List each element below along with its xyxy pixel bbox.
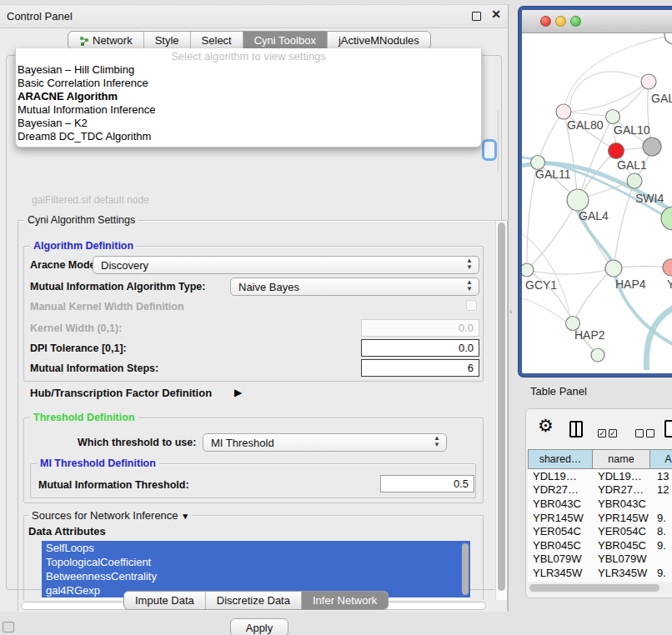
minimized-panel-icon[interactable] (3, 622, 14, 632)
settings-vertical-scrollbar[interactable] (495, 221, 507, 600)
network-view-window[interactable]: GALGAL80GAL10GAL1GAL11SWI4GAL4GCY1HAP4YH… (519, 7, 672, 377)
table-row[interactable]: YER054CYER054C8. (528, 524, 672, 538)
focused-combo-fragment (482, 139, 497, 161)
expand-right-icon[interactable]: ▶ (234, 387, 242, 398)
network-node-gal2[interactable] (641, 74, 656, 89)
network-node-gal80[interactable] (556, 104, 571, 119)
table-cell: YLL052C (593, 581, 650, 582)
algorithm-option[interactable]: Mutual Information Inference (16, 103, 481, 117)
document-icon[interactable] (664, 420, 672, 438)
attribute-item[interactable]: TopologicalCoefficient (42, 555, 470, 569)
network-node-n0[interactable] (664, 33, 672, 44)
table-row[interactable]: YBR043CYBR043C (528, 497, 672, 511)
network-graph[interactable]: GALGAL80GAL10GAL1GAL11SWI4GAL4GCY1HAP4YH… (522, 33, 672, 370)
algorithm-option[interactable]: Bayesian – Hill Climbing (16, 63, 481, 77)
table-row[interactable]: YLR345WYLR345W9. (528, 566, 672, 580)
network-edge (570, 72, 649, 105)
tab-style[interactable]: Style (143, 32, 190, 49)
mi-steps-field[interactable]: 6 (361, 359, 479, 377)
network-node-gcy1[interactable] (522, 263, 534, 277)
tab-jactivemnodules[interactable]: jActiveMNodules (327, 32, 430, 49)
mi-algorithm-type-label: Mutual Information Algorithm Type: (30, 281, 205, 292)
apply-button[interactable]: Apply (230, 618, 288, 635)
data-attributes-label: Data Attributes (28, 525, 106, 538)
network-node-hap4[interactable] (605, 260, 622, 277)
float-window-icon[interactable] (472, 12, 481, 21)
hub-tf-definition-label[interactable]: Hub/Transcription Factor Definition (30, 387, 212, 399)
table-row[interactable]: YDL19…YDL19…13 (528, 469, 672, 483)
algorithm-option[interactable]: Basic Correlation Inference (16, 77, 481, 90)
network-node-gal10[interactable] (606, 110, 620, 124)
tab-network[interactable]: Network (68, 32, 143, 49)
node-label-red1: GAL1 (617, 158, 647, 172)
algorithm-placeholder: Select algorithm to view settings (16, 48, 481, 63)
tab-select[interactable]: Select (190, 32, 243, 49)
zoom-traffic-light-icon[interactable] (570, 16, 581, 27)
mi-algorithm-type-value: Naive Bayes (238, 281, 299, 293)
table-cell: 9. (650, 581, 672, 582)
panel-collapse-arrow-icon[interactable]: ‹ (509, 307, 512, 316)
split-columns-icon[interactable] (569, 421, 583, 438)
tab-label: Cyni Toolbox (254, 34, 316, 47)
network-node-gal4[interactable] (567, 189, 589, 211)
vertical-scrollbar-thumb[interactable] (498, 222, 505, 591)
table-cell: 9. (650, 512, 672, 524)
table-cell: 13 (650, 470, 672, 482)
network-icon (79, 36, 89, 46)
table-cell: YBL079W (528, 552, 593, 565)
table-header-row[interactable]: shared…nameA (528, 449, 672, 469)
table-cell: YDL19… (593, 470, 650, 482)
close-traffic-light-icon[interactable] (540, 16, 551, 27)
network-node-grayn[interactable] (643, 138, 661, 156)
manual-kernel-width-checkbox[interactable] (466, 300, 477, 311)
tab-infer-network[interactable]: Infer Network (301, 592, 388, 609)
node-label-gal10: GAL10 (614, 123, 650, 137)
node-label-swi4: SWI4 (635, 192, 664, 205)
network-node-swi4[interactable] (627, 173, 642, 188)
column-header[interactable]: name (593, 449, 650, 469)
mi-algorithm-type-combo[interactable]: Naive Bayes ▲▼ (230, 278, 479, 296)
gear-icon[interactable]: ⚙ (538, 416, 554, 436)
checked-checkbox-icon[interactable]: ✓ (609, 429, 617, 438)
unchecked-checkbox-icon[interactable] (635, 429, 644, 438)
aracne-mode-combo[interactable]: Discovery ▲▼ (93, 256, 479, 274)
algorithm-options: Bayesian – Hill ClimbingBasic Correlatio… (16, 63, 481, 143)
close-icon[interactable]: ✕ (491, 8, 501, 21)
attribute-item[interactable]: SelfLoops (42, 541, 470, 555)
sources-group-title[interactable]: Sources for Network Inference ▼ (28, 509, 193, 522)
minimize-traffic-light-icon[interactable] (555, 16, 566, 27)
table-row[interactable]: YBR045CYBR045C9. (528, 538, 672, 552)
table-row[interactable]: YDR27…YDR27…12 (528, 483, 672, 498)
table-row[interactable]: YPR145WYPR145W9. (528, 511, 672, 525)
algorithm-option[interactable]: Dream8 DC_TDC Algorithm (16, 130, 481, 143)
collapse-down-icon: ▼ (181, 512, 189, 521)
table-row[interactable]: YBL079WYBL079W (528, 552, 672, 567)
network-window-titlebar[interactable] (522, 10, 672, 33)
algorithm-option[interactable]: Bayesian – K2 (16, 117, 481, 130)
table-panel: ⚙ ✓ ✓ shared…nameA YDL19…YDL19…13YDR27…Y… (525, 408, 672, 598)
network-node-biggreen[interactable] (661, 207, 672, 230)
network-node-pinky[interactable] (663, 259, 672, 276)
network-node-botn[interactable] (591, 348, 604, 362)
attributes-scrollbar[interactable] (462, 543, 469, 595)
algorithm-option[interactable]: ARACNE Algorithm (16, 90, 481, 103)
column-header[interactable]: A (650, 449, 672, 469)
column-header[interactable]: shared… (528, 449, 593, 469)
table-row[interactable]: YLL052CYLL052C9. (528, 580, 672, 582)
attribute-item[interactable]: BetweennessCentrality (42, 569, 470, 583)
unchecked-checkbox-icon[interactable] (646, 429, 654, 438)
bottom-tab-strip: Impute DataDiscretize DataInfer Network (123, 591, 389, 610)
checked-checkbox-icon[interactable]: ✓ (598, 429, 606, 438)
tab-cyni-toolbox[interactable]: Cyni Toolbox (243, 32, 327, 49)
network-node-red1[interactable] (609, 143, 624, 159)
which-threshold-combo[interactable]: MI Threshold ▲▼ (203, 433, 447, 452)
dpi-tolerance-field[interactable]: 0.0 (361, 339, 479, 357)
network-canvas[interactable]: GALGAL80GAL10GAL1GAL11SWI4GAL4GCY1HAP4YH… (522, 33, 672, 370)
algorithm-definition-title: Algorithm Definition (30, 240, 137, 252)
tab-impute-data[interactable]: Impute Data (124, 592, 205, 609)
mi-threshold-field[interactable]: 0.5 (380, 475, 474, 492)
tab-discretize-data[interactable]: Discretize Data (205, 592, 301, 609)
table-scrollbar-thumb[interactable] (529, 584, 659, 592)
kernel-width-field[interactable]: 0.0 (361, 319, 479, 337)
table-horizontal-scrollbar[interactable] (528, 583, 672, 593)
